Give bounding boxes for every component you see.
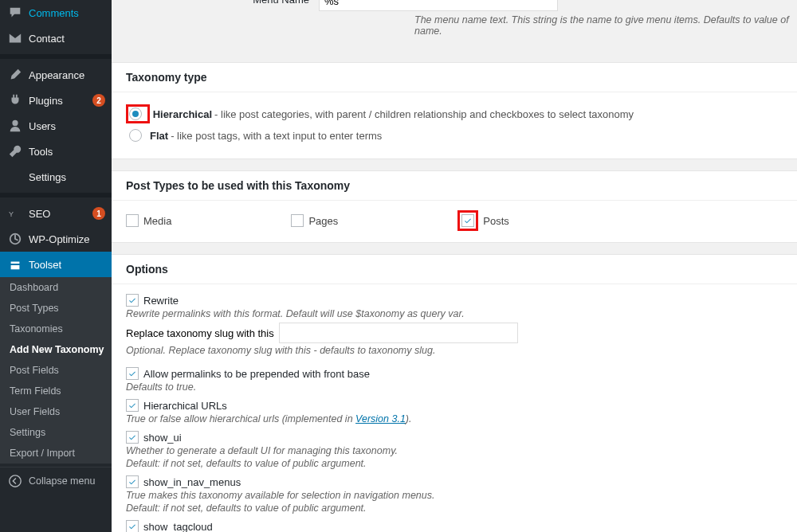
menu-name-desc: The menu name text. This string is the n… <box>414 11 797 45</box>
sidebar-item-label: Comments <box>29 7 105 19</box>
show-ui-label: show_ui <box>143 432 182 444</box>
sidebar-item-label: Plugins <box>29 95 86 107</box>
menu-name-input[interactable] <box>319 0 558 11</box>
submenu-dashboard[interactable]: Dashboard <box>0 277 112 298</box>
submenu-user-fields[interactable]: User Fields <box>0 401 112 422</box>
checkbox-show-nav[interactable] <box>126 475 139 488</box>
replace-slug-label: Replace taxonomy slug with this <box>126 327 274 339</box>
admin-sidebar: Comments Contact Appearance Plugins 2 Us… <box>0 0 112 532</box>
checkbox-front-base[interactable] <box>126 367 139 380</box>
submenu-post-fields[interactable]: Post Fields <box>0 360 112 381</box>
replace-slug-input[interactable] <box>279 323 518 343</box>
hier-urls-hint: True or false allow hierarchical urls (i… <box>126 413 783 424</box>
radio-hierarchical-label: Hierarchical <box>153 108 212 120</box>
checkbox-tagcloud[interactable] <box>126 520 139 532</box>
sidebar-item-label: Users <box>29 120 105 132</box>
sidebar-item-label: SEO <box>29 208 86 220</box>
plugins-badge: 2 <box>92 94 105 107</box>
radio-flat-desc: - like post tags, with a text input to e… <box>171 130 382 142</box>
submenu-post-types[interactable]: Post Types <box>0 298 112 319</box>
sidebar-item-label: Appearance <box>29 69 105 81</box>
optimize-icon <box>8 232 22 246</box>
sidebar-item-toolset[interactable]: Toolset <box>0 252 112 277</box>
post-types-panel: Post Types to be used with this Taxonomy… <box>112 170 797 243</box>
checkbox-media[interactable] <box>126 214 139 227</box>
highlight-hierarchical <box>126 104 150 123</box>
checkbox-pages-label: Pages <box>308 215 338 227</box>
sidebar-item-users[interactable]: Users <box>0 113 112 139</box>
sidebar-item-label: Tools <box>29 146 105 158</box>
sidebar-item-plugins[interactable]: Plugins 2 <box>0 88 112 113</box>
submenu-export-import[interactable]: Export / Import <box>0 443 112 464</box>
show-ui-hint1: Whether to generate a default UI for man… <box>126 445 783 456</box>
sidebar-item-tools[interactable]: Tools <box>0 139 112 164</box>
radio-flat-label: Flat <box>150 130 168 142</box>
brush-icon <box>8 68 22 82</box>
separator <box>0 193 112 198</box>
toolset-icon <box>8 257 22 272</box>
replace-slug-hint: Optional. Replace taxonomy slug with thi… <box>126 345 783 356</box>
hier-urls-label: Hierarchical URLs <box>143 400 227 412</box>
highlight-posts <box>457 210 478 231</box>
sidebar-item-label: WP-Optimize <box>29 233 105 245</box>
checkbox-media-label: Media <box>143 215 171 227</box>
collapse-label: Collapse menu <box>29 475 95 487</box>
options-title: Options <box>126 263 783 276</box>
seo-badge: 1 <box>92 207 105 220</box>
front-base-hint: Defaults to true. <box>126 381 783 393</box>
comments-icon <box>8 6 22 20</box>
show-ui-hint2: Default: if not set, defaults to value o… <box>126 458 783 469</box>
mail-icon <box>8 31 22 45</box>
checkbox-rewrite[interactable] <box>126 294 139 307</box>
toolset-submenu: Dashboard Post Types Taxonomies Add New … <box>0 277 112 464</box>
show-nav-hint2: Default: if not set, defaults to value o… <box>126 503 783 514</box>
checkbox-posts-label: Posts <box>483 215 509 227</box>
content-area: Menu Name The menu name text. This strin… <box>112 0 797 532</box>
checkbox-pages[interactable] <box>291 214 304 227</box>
svg-point-2 <box>10 475 21 487</box>
submenu-add-new-taxonomy[interactable]: Add New Taxonomy <box>0 339 112 360</box>
tagcloud-label: show_tagcloud <box>143 521 213 533</box>
sidebar-item-label: Settings <box>29 171 105 183</box>
rewrite-hint: Rewrite permalinks with this format. Def… <box>126 308 783 319</box>
sidebar-item-settings[interactable]: Settings <box>0 164 112 190</box>
options-panel: Options Rewrite Rewrite permalinks with … <box>112 254 797 532</box>
wrench-icon <box>8 144 22 158</box>
menu-name-label: Menu Name <box>128 0 319 6</box>
radio-hierarchical[interactable] <box>129 108 142 120</box>
sidebar-item-appearance[interactable]: Appearance <box>0 62 112 88</box>
taxonomy-type-panel: Taxonomy type Hierarchical - like post c… <box>112 62 797 159</box>
rewrite-label: Rewrite <box>143 295 179 307</box>
user-icon <box>8 119 22 133</box>
radio-hierarchical-desc: - like post categories, with parent / ch… <box>214 108 634 120</box>
sidebar-item-wpoptimize[interactable]: WP-Optimize <box>0 226 112 252</box>
separator <box>0 54 112 59</box>
svg-text:Y: Y <box>9 210 14 218</box>
show-nav-label: show_in_nav_menus <box>143 476 241 488</box>
checkbox-show-ui[interactable] <box>126 431 139 444</box>
sidebar-item-label: Toolset <box>29 259 105 271</box>
sliders-icon <box>8 170 22 184</box>
post-types-title: Post Types to be used with this Taxonomy <box>126 179 783 192</box>
show-nav-hint1: True makes this taxonomy available for s… <box>126 490 783 501</box>
taxonomy-type-title: Taxonomy type <box>126 71 783 84</box>
collapse-menu[interactable]: Collapse menu <box>0 467 112 495</box>
sidebar-item-seo[interactable]: Y SEO 1 <box>0 201 112 226</box>
radio-flat[interactable] <box>129 129 142 142</box>
front-base-label: Allow permalinks to be prepended with fr… <box>143 368 370 380</box>
sidebar-item-comments[interactable]: Comments <box>0 0 112 25</box>
plug-icon <box>8 93 22 108</box>
submenu-settings[interactable]: Settings <box>0 422 112 443</box>
submenu-taxonomies[interactable]: Taxonomies <box>0 319 112 339</box>
submenu-term-fields[interactable]: Term Fields <box>0 381 112 401</box>
version-link[interactable]: Version 3.1 <box>355 413 406 424</box>
sidebar-item-contact[interactable]: Contact <box>0 25 112 51</box>
checkbox-hier-urls[interactable] <box>126 399 139 412</box>
checkbox-posts[interactable] <box>461 214 474 227</box>
collapse-icon <box>8 474 22 488</box>
seo-icon: Y <box>8 206 22 221</box>
sidebar-item-label: Contact <box>29 33 105 45</box>
